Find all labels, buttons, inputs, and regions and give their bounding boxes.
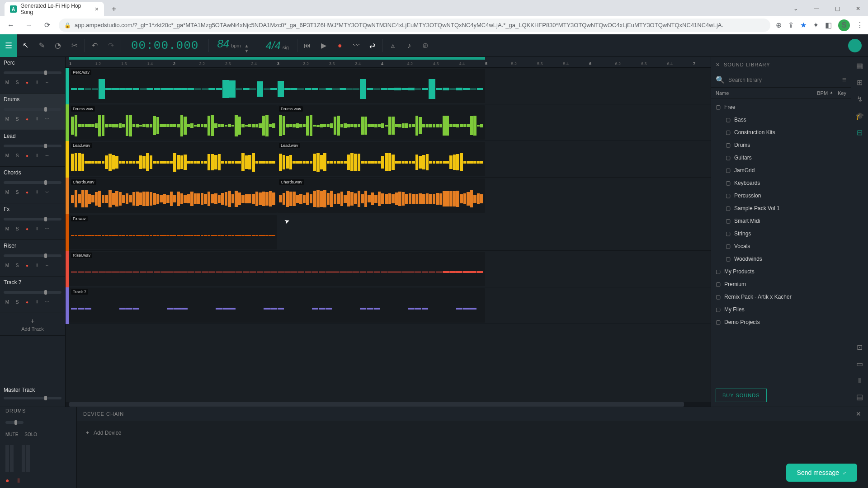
audio-clip[interactable]: Chords.wav (69, 178, 277, 213)
mute-button[interactable]: M (4, 117, 11, 122)
track-lane[interactable]: Lead.wavLead.wav (69, 141, 711, 178)
library-folder-item[interactable]: ▢My Products (711, 265, 851, 278)
solo-button[interactable]: S (14, 190, 21, 195)
automation-icon[interactable]: 〰 (43, 190, 51, 195)
audio-clip[interactable]: Drums.wav (277, 105, 485, 140)
track-volume-slider[interactable] (5, 421, 24, 424)
record-arm-icon[interactable]: ● (24, 226, 31, 231)
forward-button[interactable]: → (23, 19, 35, 32)
automation-icon[interactable]: 〰 (43, 300, 51, 305)
automation-icon[interactable]: 〰 (43, 80, 51, 85)
close-window-icon[interactable]: ✕ (848, 2, 868, 15)
maximize-icon[interactable]: ▢ (827, 2, 847, 15)
automation-icon[interactable]: 〰 (43, 263, 51, 268)
close-tab-icon[interactable]: × (95, 5, 99, 13)
side-panel-icon[interactable]: ◧ (825, 21, 832, 29)
panel-toggle-8-icon[interactable]: ⦀ (858, 376, 861, 385)
library-folder-item[interactable]: ▢Percussion (711, 189, 851, 202)
track-header[interactable]: Chords M S ● ⦀ 〰 (0, 167, 65, 203)
url-field[interactable]: 🔒 app.ampedstudio.com/?_gl=1*zkt20c*_ga*… (59, 19, 770, 32)
library-folder-item[interactable]: ▢Bass (711, 113, 851, 126)
piano-icon[interactable]: ⦀ (33, 299, 41, 305)
library-search-input[interactable] (728, 77, 839, 83)
redo-button[interactable]: ↷ (103, 34, 119, 57)
horizontal-scrollbar[interactable] (66, 402, 711, 407)
mute-button[interactable]: MUTE (5, 432, 18, 437)
record-arm-icon[interactable]: ● (5, 477, 9, 484)
library-folder-item[interactable]: ▢Keyboards (711, 177, 851, 189)
track-lane[interactable]: Chords.wavChords.wav (69, 178, 711, 214)
automation-icon[interactable]: 〰 (43, 117, 51, 122)
track-header[interactable]: Perc M S ● ⦀ 〰 (0, 57, 65, 94)
minimize-icon[interactable]: — (807, 2, 826, 15)
loop-region[interactable] (69, 57, 485, 60)
extensions-icon[interactable]: ✦ (813, 21, 819, 29)
piano-icon[interactable]: ⦀ (33, 116, 41, 122)
record-arm-icon[interactable]: ● (24, 190, 31, 195)
record-arm-icon[interactable]: ● (24, 117, 31, 122)
reload-button[interactable]: ⟳ (41, 19, 53, 32)
library-folder-item[interactable]: ▢Woodwinds (711, 253, 851, 265)
timeline-ruler[interactable]: 11.21.31.422.22.32.433.23.33.444.24.34.4… (66, 57, 711, 68)
time-display[interactable]: 00:00.000 (123, 39, 207, 52)
library-folder-item[interactable]: ▢JamGrid (711, 164, 851, 177)
mixer-icon[interactable]: ⎚ (417, 34, 434, 57)
solo-button[interactable]: S (14, 80, 21, 85)
track-header[interactable]: Fx M S ● ⦀ 〰 (0, 203, 65, 240)
panel-toggle-3-icon[interactable]: ↯ (857, 95, 863, 103)
master-track[interactable]: Master Track (0, 383, 65, 407)
record-arm-icon[interactable]: ● (24, 153, 31, 158)
audio-clip[interactable]: Lead.wav (69, 142, 277, 176)
solo-button[interactable]: S (14, 263, 21, 268)
audio-clip[interactable]: Perc.wav (69, 69, 485, 103)
tuning-fork-icon[interactable]: ♪ (401, 34, 417, 57)
back-button[interactable]: ← (5, 19, 17, 32)
library-folder-item[interactable]: ▢My Files (711, 303, 851, 316)
library-folder-item[interactable]: ▢Sample Pack Vol 1 (711, 202, 851, 215)
track-lane[interactable]: Fx.wav (69, 214, 711, 251)
track-volume-slider[interactable] (4, 291, 61, 294)
add-track-button[interactable]: + Add Track (0, 313, 65, 336)
mute-button[interactable]: M (4, 263, 11, 268)
library-folder-item[interactable]: ▢Smart Midi (711, 215, 851, 227)
loop-icon[interactable]: ⇄ (364, 34, 381, 57)
clips-area[interactable]: ➤ Perc.wavDrums.wavDrums.wavLead.wavLead… (66, 68, 711, 407)
track-volume-slider[interactable] (4, 218, 61, 221)
mute-button[interactable]: M (4, 80, 11, 85)
metronome-icon[interactable]: ▵ (385, 34, 401, 57)
library-folder-item[interactable]: ▢Strings (711, 227, 851, 240)
audio-clip[interactable]: Fx.wav (69, 215, 277, 249)
solo-button[interactable]: S (14, 300, 21, 305)
send-message-button[interactable]: Send message ⤢ (786, 464, 857, 482)
track-lane[interactable]: Drums.wavDrums.wav (69, 104, 711, 141)
track-lane[interactable]: Perc.wav (69, 68, 711, 104)
track-volume-slider[interactable] (4, 181, 61, 184)
track-volume-slider[interactable] (4, 108, 61, 111)
close-panel-icon[interactable]: ✕ (856, 410, 862, 418)
audio-clip[interactable]: Track 7 (69, 288, 485, 323)
panel-toggle-5-icon[interactable]: ⊟ (857, 128, 863, 137)
library-folder-item[interactable]: ▢Premium (711, 278, 851, 291)
solo-button[interactable]: S (14, 153, 21, 158)
piano-icon[interactable]: ⦀ (33, 153, 41, 158)
audio-clip[interactable]: Chords.wav (277, 178, 485, 213)
record-arm-icon[interactable]: ● (24, 263, 31, 268)
tempo-control[interactable]: 84 bpm ▲▼ (211, 38, 255, 53)
add-device-button[interactable]: + Add Device (86, 430, 121, 436)
panel-toggle-2-icon[interactable]: ⊞ (857, 78, 863, 87)
pencil-tool-icon[interactable]: ✎ (33, 34, 50, 57)
library-folder-item[interactable]: ▢Demo Projects (711, 316, 851, 328)
chevron-down-icon[interactable]: ⌄ (786, 2, 806, 15)
track-header[interactable]: Riser M S ● ⦀ 〰 (0, 240, 65, 277)
track-volume-slider[interactable] (4, 254, 61, 257)
play-button[interactable]: ▶ (316, 34, 332, 57)
track-volume-slider[interactable] (4, 71, 61, 74)
piano-icon[interactable]: ⦀ (33, 226, 41, 231)
track-volume-slider[interactable] (4, 145, 61, 147)
time-signature-control[interactable]: 4/4 sig (259, 39, 295, 52)
piano-icon[interactable]: ⦀ (33, 80, 41, 85)
panel-toggle-9-icon[interactable]: ▤ (856, 393, 863, 401)
stopwatch-tool-icon[interactable]: ◔ (50, 34, 66, 57)
track-header[interactable]: Drums M S ● ⦀ 〰 (0, 94, 65, 130)
profile-avatar[interactable]: S (838, 19, 850, 31)
